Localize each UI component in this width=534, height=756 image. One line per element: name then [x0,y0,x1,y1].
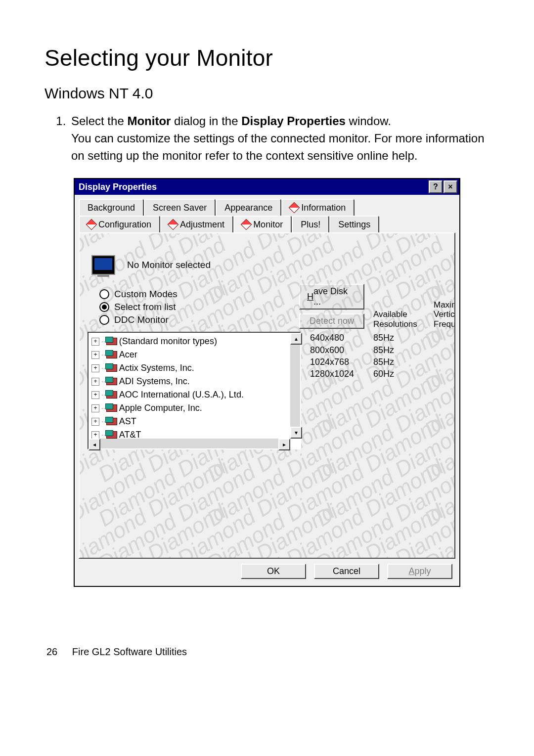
tree-item-label: ADI Systems, Inc. [119,375,190,388]
expand-icon[interactable]: + [91,431,99,439]
refresh-rate-value: 85Hz [373,344,394,356]
have-disk-accel: H [307,292,313,302]
scroll-right-icon[interactable]: ▸ [278,439,290,450]
radio-custom-modes[interactable]: Custom Modes [99,288,288,301]
resolution-row: 1280x102460Hz [310,368,394,380]
resolution-row: 640x48085Hz [310,332,394,344]
page-title: Selecting your Monitor [44,44,490,71]
tab-screensaver-label: Screen Saver [153,203,207,213]
folder-icon [107,365,117,372]
tree-item-label: Actix Systems, Inc. [119,361,194,375]
apply-label: pply [414,566,431,577]
tab-plus[interactable]: Plus! [292,216,329,232]
cancel-button[interactable]: Cancel [314,564,379,579]
tab-settings[interactable]: Settings [329,216,379,232]
tab-information[interactable]: Information [281,199,355,216]
dialog-titlebar: Display Properties ? × [75,179,459,195]
resolution-row: 800x60085Hz [310,344,394,356]
step-1-text-a: Select the [71,114,127,128]
folder-icon [107,338,117,345]
columns-header: Available Resolutions Maximum Vertical F… [373,283,455,329]
header-maximum: Maximum [434,300,455,310]
tree-horizontal-scrollbar[interactable]: ◂ ▸ [89,439,290,448]
step-1-bold-dp: Display Properties [241,114,346,128]
expand-icon[interactable]: + [91,391,99,399]
refresh-rate-value: 85Hz [373,332,394,344]
step-1-text-b: dialog in the [171,114,241,128]
resolution-list: 640x48085Hz800x60085Hz1024x76885Hz1280x1… [310,332,394,449]
ok-button[interactable]: OK [241,564,306,579]
tree-connector: ·· [101,376,105,387]
tab-adjustment[interactable]: Adjustment [160,216,233,232]
tree-item[interactable]: +··AST [89,415,299,428]
help-button[interactable]: ? [429,180,443,193]
tree-item[interactable]: +··Apple Computer, Inc. [89,401,299,415]
step-list: Select the Monitor dialog in the Display… [44,113,490,164]
tree-item[interactable]: +··(Standard monitor types) [89,335,299,348]
expand-icon[interactable]: + [91,338,99,346]
refresh-rate-value: 85Hz [373,356,394,368]
monitor-icon [91,255,115,275]
tab-information-label: Information [301,203,346,213]
tab-configuration[interactable]: Configuration [79,216,160,232]
diamond-icon [168,219,179,230]
tree-item[interactable]: +··Actix Systems, Inc. [89,361,299,375]
scroll-up-icon[interactable]: ▴ [290,333,302,345]
tree-item[interactable]: +··ADI Systems, Inc. [89,375,299,388]
tree-connector: ·· [101,403,105,413]
tree-vertical-scrollbar[interactable]: ▴ ▾ [290,333,300,439]
tab-panel-monitor: Diamond Diamond Diamond Diamond Diamond … [79,232,455,559]
expand-icon[interactable]: + [91,364,99,372]
tree-connector: ·· [101,336,105,347]
header-available-resolutions: Available Resolutions [373,310,428,329]
radio-icon [99,302,109,312]
expand-icon[interactable]: + [91,418,99,426]
page-footer: 26 Fire GL2 Software Utilities [44,646,490,658]
tab-plus-label: Plus! [301,220,320,230]
diamond-icon [86,219,97,230]
apply-button[interactable]: Apply [387,564,452,579]
radio-ddc-monitor[interactable]: DDC Monitor [99,313,288,326]
tree-item-label: AOC International (U.S.A.), Ltd. [119,388,244,401]
page-number: 26 [46,646,57,657]
diamond-icon [289,202,300,214]
tree-item[interactable]: +··AOC International (U.S.A.), Ltd. [89,388,299,401]
tab-appearance[interactable]: Appearance [216,199,281,216]
header-frequency: Frequency [434,319,455,329]
diamond-icon [241,219,252,230]
resolution-value: 1280x1024 [310,368,364,380]
mode-radio-group: Custom Modes Select from list DDC Monito… [99,288,288,326]
have-disk-button[interactable]: Have Disk ... [299,284,364,310]
tree-item-label: (Standard monitor types) [119,335,217,348]
folder-icon [107,418,117,425]
tabs-row-1: Background Screen Saver Appearance Infor… [79,199,455,216]
radio-selectlist-label: Select from list [114,302,176,312]
step-1-para: You can customize the settings of the co… [71,130,490,165]
section-title: Windows NT 4.0 [44,85,490,102]
header-vertical: Vertical [434,310,455,319]
scroll-down-icon[interactable]: ▾ [290,427,302,439]
tree-connector: ·· [101,390,105,400]
tree-item-label: Apple Computer, Inc. [119,401,202,415]
step-1-bold-monitor: Monitor [127,114,171,128]
expand-icon[interactable]: + [91,378,99,386]
expand-icon[interactable]: + [91,404,99,412]
tree-item[interactable]: +··Acer [89,348,299,361]
tree-item-label: Acer [119,348,137,361]
tree-connector: ·· [101,416,105,427]
tab-monitor[interactable]: Monitor [233,216,292,232]
folder-icon [107,352,117,358]
display-properties-dialog: Display Properties ? × Background Screen… [74,178,460,587]
expand-icon[interactable]: + [91,351,99,359]
monitor-status-text: No Monitor selected [127,260,211,270]
tab-screensaver[interactable]: Screen Saver [144,199,216,216]
tab-background[interactable]: Background [79,199,144,216]
folder-icon [107,392,117,399]
refresh-rate-value: 60Hz [373,368,394,380]
dialog-title: Display Properties [77,182,157,192]
radio-select-from-list[interactable]: Select from list [99,301,288,313]
close-button[interactable]: × [444,180,457,193]
scroll-left-icon[interactable]: ◂ [89,439,100,450]
detect-now-button[interactable]: Detect now [299,313,364,329]
manufacturer-tree[interactable]: +··(Standard monitor types)+··Acer+··Act… [88,332,301,449]
